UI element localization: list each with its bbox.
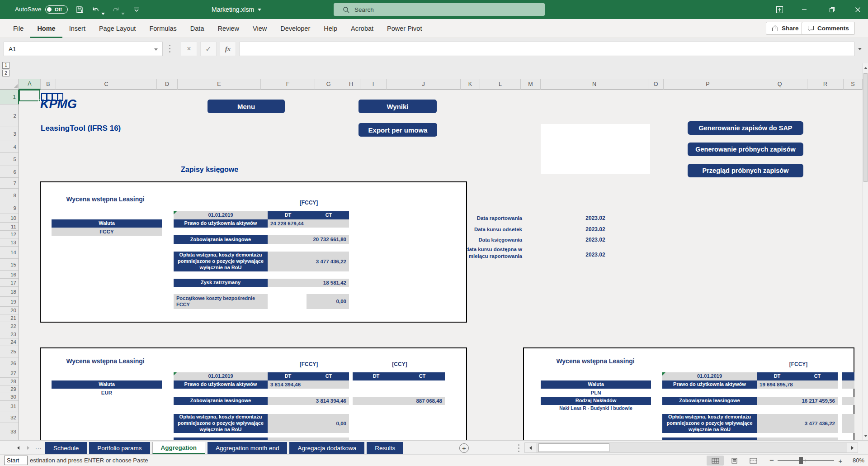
row-header-4[interactable]: 4: [0, 141, 19, 153]
add-sheet-button[interactable]: +: [459, 443, 469, 453]
ribbon-tab-help[interactable]: Help: [317, 19, 344, 38]
comments-button[interactable]: Comments: [802, 22, 855, 35]
column-header-f[interactable]: F: [261, 79, 315, 90]
row-header-7[interactable]: 7: [0, 178, 19, 189]
selected-cell-a1[interactable]: [19, 90, 40, 101]
row-header-13[interactable]: 13: [0, 238, 19, 247]
scroll-up-arrow[interactable]: [863, 64, 868, 71]
quick-access-customize-button[interactable]: [131, 5, 142, 14]
column-header-p[interactable]: P: [664, 79, 752, 90]
row-header-27[interactable]: 27: [0, 369, 19, 378]
zoom-in-button[interactable]: +: [836, 455, 845, 466]
sap-button-2[interactable]: Generowanie próbnych zapisów: [688, 143, 803, 156]
sheet-tab-overflow[interactable]: ...: [35, 443, 42, 451]
scroll-left-arrow[interactable]: [525, 443, 536, 452]
undo-button[interactable]: [90, 5, 101, 14]
ribbon-tab-home[interactable]: Home: [30, 19, 62, 38]
column-header-i[interactable]: I: [360, 79, 387, 90]
row-header-5[interactable]: 5: [0, 153, 19, 166]
column-header-c[interactable]: C: [56, 79, 157, 90]
row-header-30[interactable]: 30: [0, 393, 19, 401]
sheet-tab-portfolio-params[interactable]: Portfolio params: [89, 442, 150, 454]
normal-view-button[interactable]: [707, 456, 724, 466]
fill-handle[interactable]: [38, 100, 41, 102]
redo-button[interactable]: [110, 5, 121, 14]
horizontal-scrollbar[interactable]: [524, 442, 858, 453]
insert-function-button[interactable]: fx: [220, 42, 236, 56]
scroll-down-arrow[interactable]: [863, 432, 868, 439]
name-box-dropdown-icon[interactable]: [154, 48, 158, 51]
page-layout-view-button[interactable]: [726, 456, 743, 466]
wyniki-button[interactable]: Wyniki: [359, 100, 437, 113]
undo-dropdown-icon[interactable]: [101, 9, 105, 17]
zoom-slider[interactable]: [778, 460, 834, 461]
column-header-j[interactable]: J: [387, 79, 461, 90]
ribbon-tab-review[interactable]: Review: [211, 19, 246, 38]
row-header-28[interactable]: 28: [0, 378, 19, 385]
row-header-20[interactable]: 20: [0, 307, 19, 314]
row-header-23[interactable]: 23: [0, 330, 19, 338]
ribbon-tab-insert[interactable]: Insert: [62, 19, 92, 38]
row-header-8[interactable]: 8: [0, 189, 19, 202]
save-button[interactable]: [74, 5, 85, 14]
row-header-3[interactable]: 3: [0, 127, 19, 141]
row-header-19[interactable]: 19: [0, 297, 19, 307]
row-header-32[interactable]: 32: [0, 412, 19, 423]
column-header-q[interactable]: Q: [752, 79, 807, 90]
row-header-31[interactable]: 31: [0, 401, 19, 412]
outline-level-2-button[interactable]: 2: [2, 70, 9, 76]
minimize-button[interactable]: [794, 0, 815, 19]
outline-level-1-button[interactable]: 1: [2, 62, 9, 69]
ribbon-tab-acrobat[interactable]: Acrobat: [344, 19, 380, 38]
sheet-tab-agregacja-dodatkowa[interactable]: Agregacja dodatkowa: [289, 442, 364, 454]
export-per-umowa-button[interactable]: Export per umowa: [359, 123, 437, 137]
row-header-14[interactable]: 14: [0, 247, 19, 259]
column-header-e[interactable]: E: [178, 79, 261, 90]
enter-button[interactable]: ✓: [200, 42, 217, 56]
column-header-o[interactable]: O: [648, 79, 664, 90]
document-title[interactable]: Marketing.xlsm: [212, 0, 261, 19]
zoom-out-button[interactable]: −: [767, 455, 776, 466]
row-header-21[interactable]: 21: [0, 314, 19, 322]
redo-dropdown-icon[interactable]: [121, 9, 125, 17]
vertical-scrollbar-thumb[interactable]: [863, 73, 868, 182]
ribbon-tab-formulas[interactable]: Formulas: [142, 19, 183, 38]
row-header-11[interactable]: 11: [0, 223, 19, 231]
restore-button[interactable]: [821, 0, 842, 19]
zoom-percentage[interactable]: 80%: [844, 457, 864, 464]
ribbon-tab-data[interactable]: Data: [184, 19, 211, 38]
autosave-toggle[interactable]: Off: [45, 5, 68, 14]
row-header-15[interactable]: 15: [0, 259, 19, 271]
scroll-right-arrow[interactable]: [847, 443, 858, 452]
search-input[interactable]: Search: [334, 3, 545, 16]
zoom-slider-thumb[interactable]: [799, 457, 803, 464]
close-button[interactable]: [847, 0, 868, 19]
column-header-b[interactable]: B: [41, 79, 56, 90]
ribbon-display-options-button[interactable]: [769, 0, 790, 19]
vertical-scrollbar[interactable]: [863, 63, 868, 440]
column-header-k[interactable]: K: [461, 79, 480, 90]
sheet-tab-results[interactable]: Results: [367, 442, 403, 454]
column-header-l[interactable]: L: [480, 79, 521, 90]
row-header-6[interactable]: 6: [0, 166, 19, 178]
row-header-17[interactable]: 17: [0, 279, 19, 287]
column-header-g[interactable]: G: [315, 79, 342, 90]
menu-button[interactable]: Menu: [208, 100, 285, 113]
column-header-r[interactable]: R: [807, 79, 844, 90]
row-header-10[interactable]: 10: [0, 214, 19, 223]
row-header-12[interactable]: 12: [0, 231, 19, 238]
share-button[interactable]: Share: [766, 22, 805, 35]
row-header-25[interactable]: 25: [0, 346, 19, 357]
row-header-9[interactable]: 9: [0, 202, 19, 214]
ribbon-tab-page-layout[interactable]: Page Layout: [92, 19, 142, 38]
select-all-corner[interactable]: [0, 79, 19, 90]
sap-button-3[interactable]: Przegląd próbnych zapisów: [688, 164, 803, 177]
column-header-s[interactable]: S: [844, 79, 863, 90]
sheet-nav-right-arrow[interactable]: [24, 443, 33, 453]
row-header-18[interactable]: 18: [0, 287, 19, 297]
row-header-16[interactable]: 16: [0, 271, 19, 279]
row-header-22[interactable]: 22: [0, 322, 19, 330]
column-header-a[interactable]: A: [19, 79, 41, 90]
page-break-view-button[interactable]: [745, 456, 762, 466]
ribbon-tab-view[interactable]: View: [246, 19, 274, 38]
